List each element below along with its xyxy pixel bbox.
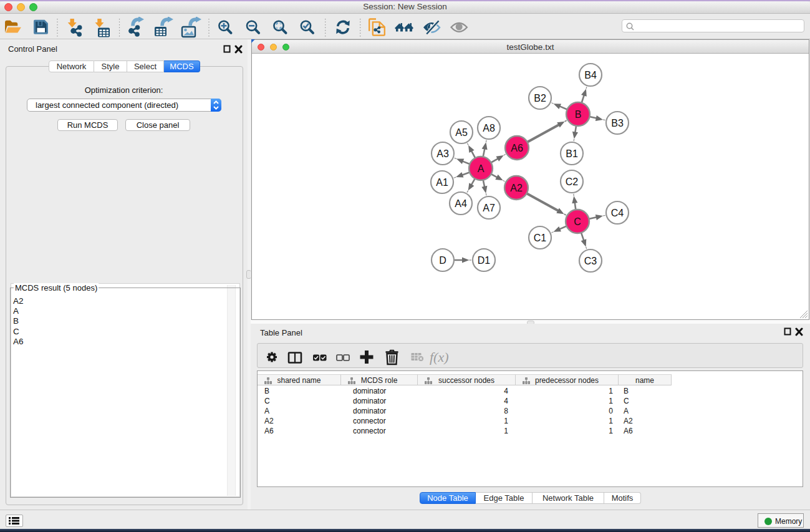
svg-text:D1: D1 [478,255,491,266]
svg-text:A5: A5 [455,127,468,138]
svg-text:B1: B1 [566,148,578,159]
svg-text:B: B [575,109,582,120]
svg-text:A1: A1 [436,177,448,188]
svg-text:A2: A2 [510,183,523,193]
svg-text:B3: B3 [611,118,624,128]
svg-text:C1: C1 [534,233,547,243]
svg-text:A4: A4 [455,198,467,209]
svg-text:A7: A7 [483,203,495,213]
svg-text:D: D [439,255,446,266]
svg-text:C2: C2 [566,177,579,187]
svg-text:A3: A3 [436,148,449,159]
svg-text:A6: A6 [511,143,523,153]
svg-text:A: A [478,163,485,174]
svg-text:C4: C4 [611,208,624,218]
svg-text:B4: B4 [584,70,597,80]
svg-text:A8: A8 [483,123,495,133]
svg-text:C: C [574,216,581,227]
svg-text:C3: C3 [584,256,597,266]
svg-text:B2: B2 [534,93,546,104]
svg-text:f(x): f(x) [430,349,449,365]
